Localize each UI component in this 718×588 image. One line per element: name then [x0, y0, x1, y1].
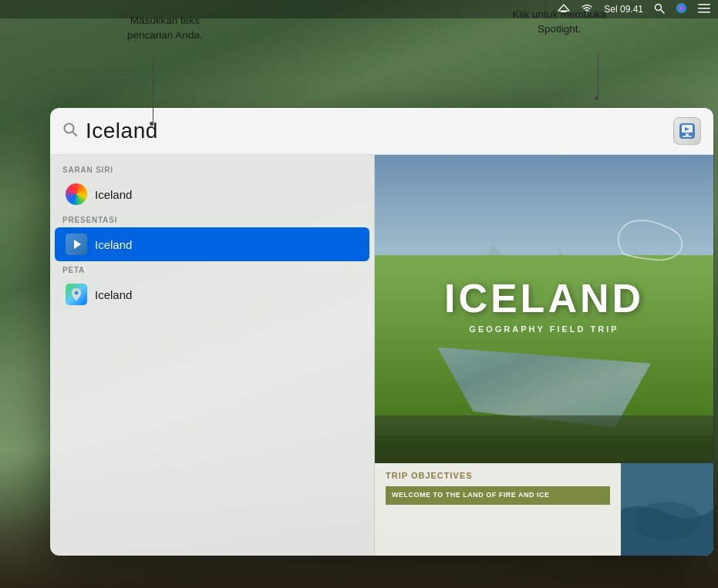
svg-point-15 [75, 291, 79, 295]
preview-background: ICELAND GEOGRAPHY FIELD TRIP TRIP OBJECT… [375, 155, 713, 556]
preview-iceland-title: ICELAND [375, 275, 713, 321]
trip-welcome-box: WELCOME TO THE LAND OF FIRE AND ICE [386, 486, 610, 505]
keynote-file-icon [66, 234, 87, 255]
control-center-icon[interactable] [698, 3, 710, 16]
preview-subtitle: GEOGRAPHY FIELD TRIP [375, 324, 713, 334]
maps-icon [66, 284, 87, 305]
clock-display: Sel 09.41 [604, 4, 643, 15]
annotation-search-tip: Masukkan teks pencarian Anda. [127, 14, 203, 43]
result-item-maps-iceland[interactable]: Iceland [55, 277, 369, 311]
preview-bottom-section: TRIP OBJECTIVES WELCOME TO THE LAND OF F… [375, 463, 713, 556]
annotation-spotlight-tip: Klik untuk membuka Spotlight. [512, 8, 606, 37]
svg-rect-5 [698, 4, 710, 5]
result-text-keynote-iceland: Iceland [95, 238, 132, 251]
annotation-left-line [153, 60, 153, 126]
search-icon [62, 122, 78, 141]
annotation-right-line [598, 54, 598, 100]
spotlight-menubar-icon[interactable] [654, 3, 665, 16]
results-preview-panel: ICELAND GEOGRAPHY FIELD TRIP TRIP OBJECT… [375, 155, 713, 556]
search-bar [50, 108, 713, 155]
search-input[interactable] [86, 119, 666, 143]
svg-line-3 [661, 9, 665, 13]
trip-objectives-title: TRIP OBJECTIVES [386, 471, 610, 480]
results-left-panel: SARAN SIRI Iceland PRESENTASI Iceland PE… [50, 155, 374, 556]
siri-menubar-icon[interactable] [676, 2, 687, 16]
svg-rect-6 [698, 8, 710, 9]
spotlight-window: SARAN SIRI Iceland PRESENTASI Iceland PE… [50, 108, 713, 556]
result-item-keynote-iceland[interactable]: Iceland [55, 227, 369, 261]
svg-line-9 [72, 132, 76, 136]
iceland-map-outline [604, 215, 696, 277]
section-label-peta: PETA [50, 261, 374, 277]
section-label-siri: SARAN SIRI [50, 161, 374, 177]
results-area: SARAN SIRI Iceland PRESENTASI Iceland PE… [50, 155, 713, 556]
preview-title-area: ICELAND GEOGRAPHY FIELD TRIP [375, 275, 713, 334]
keynote-app-button[interactable] [673, 117, 701, 145]
preview-trip-objectives: TRIP OBJECTIVES WELCOME TO THE LAND OF F… [375, 463, 621, 556]
preview-lagoon-thumbnail: THE BLUE LAGOON [621, 463, 713, 556]
svg-point-4 [676, 3, 686, 13]
svg-rect-7 [698, 12, 710, 13]
svg-rect-12 [686, 133, 689, 136]
lagoon-water-svg [621, 463, 713, 556]
result-item-siri-iceland[interactable]: Iceland [55, 177, 369, 211]
siri-suggestion-icon [66, 183, 87, 205]
result-text-maps-iceland: Iceland [95, 288, 132, 301]
section-label-presentasi: PRESENTASI [50, 211, 374, 227]
result-text-siri-iceland: Iceland [95, 188, 132, 201]
menubar: Sel 09.41 [0, 0, 718, 18]
